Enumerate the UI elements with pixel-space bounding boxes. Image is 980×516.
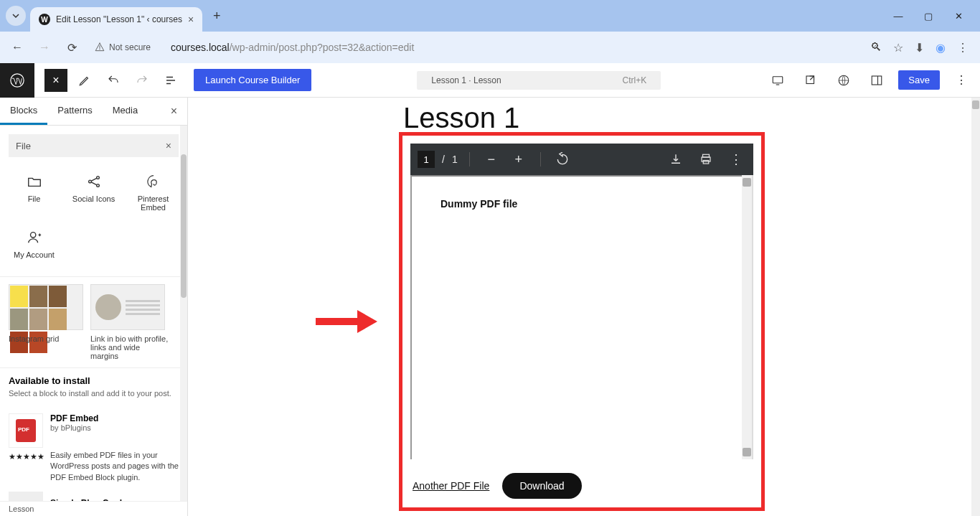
maximize-icon[interactable]: ▢ — [920, 11, 937, 22]
back-button[interactable]: ← — [7, 37, 27, 57]
block-social-icons[interactable]: Social Icons — [65, 166, 122, 219]
available-heading: Available to install — [9, 375, 179, 386]
print-icon[interactable] — [696, 149, 716, 169]
pdf-page-input[interactable] — [418, 151, 435, 168]
browser-tab[interactable]: W Edit Lesson "Lesson 1" ‹ courses × — [30, 7, 202, 32]
view-icon[interactable] — [766, 69, 789, 92]
extension-icon[interactable]: ◉ — [936, 41, 946, 55]
keyboard-shortcut: Ctrl+K — [623, 75, 647, 85]
block-file[interactable]: File — [6, 166, 62, 219]
svg-point-7 — [96, 184, 99, 187]
page-separator: / — [442, 154, 445, 165]
sidebar-toggle-icon[interactable] — [865, 69, 888, 92]
preview-icon[interactable] — [799, 69, 822, 92]
editor-canvas[interactable]: Lesson 1 / 1 − + — [188, 98, 980, 516]
pdf-toolbar: / 1 − + — [410, 144, 753, 175]
available-subtext: Select a block to install and add it to … — [9, 389, 179, 398]
svg-marker-10 — [357, 310, 377, 333]
security-label: Not secure — [109, 42, 151, 52]
pattern-instagram-grid[interactable]: Instagram grid — [9, 284, 83, 360]
inserter-scrollbar[interactable] — [180, 126, 187, 501]
folder-icon — [26, 173, 43, 190]
wordpress-favicon: W — [39, 14, 50, 25]
svg-point-6 — [96, 177, 99, 179]
file-name-link[interactable]: Another PDF File — [413, 480, 489, 492]
plugin-name: PDF Embed — [50, 413, 98, 423]
address-bar: ← → ⟳ Not secure courses.local/wp-admin/… — [0, 32, 980, 63]
svg-rect-4 — [872, 76, 882, 85]
document-title-bar[interactable]: Lesson 1 · Lesson Ctrl+K — [417, 71, 661, 90]
pattern-thumbnail — [90, 284, 165, 330]
block-pinterest-embed[interactable]: Pinterest Embed — [125, 166, 182, 219]
svg-point-8 — [30, 233, 35, 238]
save-button[interactable]: Save — [898, 70, 940, 90]
close-panel-icon[interactable]: × — [161, 98, 187, 125]
security-chip[interactable]: Not secure — [89, 42, 156, 52]
document-title-text: Lesson 1 · Lesson — [431, 75, 501, 85]
zoom-in-icon[interactable]: + — [509, 149, 529, 169]
warning-icon — [95, 42, 105, 52]
browser-menu-icon[interactable]: ⋮ — [957, 41, 969, 55]
post-title[interactable]: Lesson 1 — [403, 102, 519, 134]
plugin-pdf-embed[interactable]: PDF Embed by bPlugins — [0, 405, 187, 452]
search-text: File — [16, 141, 31, 151]
svg-point-5 — [88, 180, 91, 183]
pdf-page-content: Dummy PDF file — [412, 175, 742, 459]
download-pdf-icon[interactable] — [666, 149, 686, 169]
tab-blocks[interactable]: Blocks — [0, 98, 47, 125]
pattern-thumbnail — [9, 284, 83, 330]
url-input[interactable]: courses.local/wp-admin/post.php?post=32&… — [164, 37, 863, 57]
block-inserter-panel: Blocks Patterns Media × File × File Soci… — [0, 98, 188, 516]
reload-button[interactable]: ⟳ — [62, 37, 82, 57]
plugin-simple-blog-card[interactable]: Simple Blog Card — [0, 489, 187, 501]
downloads-icon[interactable]: ⬇ — [915, 41, 924, 55]
block-search-input[interactable]: File × — [9, 134, 179, 157]
zoom-icon[interactable]: 🔍︎ — [870, 41, 882, 55]
forward-button[interactable]: → — [34, 37, 55, 57]
pdf-more-icon[interactable]: ⋮ — [726, 149, 746, 169]
close-window-icon[interactable]: ✕ — [950, 11, 967, 22]
tab-patterns[interactable]: Patterns — [47, 98, 102, 125]
svg-rect-1 — [773, 76, 783, 83]
clear-search-icon[interactable]: × — [166, 140, 171, 151]
rotate-icon[interactable] — [552, 149, 573, 169]
pattern-link-in-bio[interactable]: Link in bio with profile, links and wide… — [90, 284, 169, 360]
pdf-icon — [9, 413, 43, 448]
download-button[interactable]: Download — [502, 473, 581, 499]
tab-title: Edit Lesson "Lesson 1" ‹ courses — [56, 14, 182, 24]
close-tab-icon[interactable]: × — [188, 14, 194, 25]
footer-context-label: Lesson — [0, 501, 187, 516]
minimize-icon[interactable]: — — [890, 11, 907, 22]
document-overview-icon[interactable] — [159, 69, 182, 92]
editor-toolbar: × Launch Course Builder Lesson 1 · Lesso… — [0, 63, 980, 98]
tab-media[interactable]: Media — [103, 98, 148, 125]
edit-tool-icon[interactable] — [73, 69, 96, 92]
options-menu-icon[interactable]: ⋮ — [950, 69, 973, 92]
redo-button[interactable] — [131, 69, 154, 92]
block-my-account[interactable]: My Account — [6, 222, 62, 266]
undo-button[interactable] — [102, 69, 125, 92]
pdf-scrollbar[interactable] — [742, 175, 752, 459]
launch-course-builder-button[interactable]: Launch Course Builder — [194, 69, 311, 91]
canvas-scrollbar[interactable] — [971, 98, 980, 516]
share-icon — [85, 173, 103, 190]
file-block-selection[interactable]: / 1 − + — [399, 132, 765, 511]
plugin-author: by bPlugins — [50, 423, 98, 432]
globe-icon[interactable] — [832, 69, 855, 92]
browser-tab-strip: W Edit Lesson "Lesson 1" ‹ courses × + —… — [0, 0, 980, 32]
toggle-inserter-button[interactable]: × — [44, 69, 67, 92]
account-icon — [26, 229, 43, 246]
svg-rect-13 — [703, 161, 709, 164]
bookmark-icon[interactable]: ☆ — [893, 41, 903, 55]
pdf-total-pages: 1 — [452, 154, 458, 165]
tabs-dropdown-button[interactable] — [6, 6, 26, 26]
zoom-out-icon[interactable]: − — [481, 149, 501, 169]
plugin-thumbnail — [9, 492, 43, 501]
pdf-text: Dummy PDF file — [440, 198, 713, 210]
pinterest-icon — [145, 173, 162, 190]
plugin-name: Simple Blog Card — [50, 498, 122, 501]
wordpress-logo[interactable] — [0, 63, 34, 98]
new-tab-button[interactable]: + — [207, 6, 227, 26]
annotation-arrow-icon — [314, 309, 377, 334]
